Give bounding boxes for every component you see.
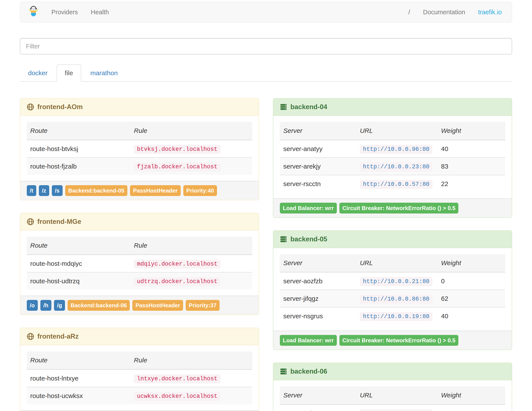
servers-table: Server URL Weight server-anatyy http://1… <box>280 122 505 192</box>
load-balancer-badge: Load Balancer: wrr <box>280 335 337 346</box>
filter-input[interactable] <box>20 38 512 54</box>
frontend-panel-body: Route Rule route-host-lntxye lntxye.dock… <box>20 345 259 410</box>
table-row: route-host-fjzalb fjzalb.docker.localhos… <box>27 157 252 175</box>
load-balancer-badge: Load Balancer: wrr <box>280 203 337 214</box>
path-badge: /z <box>39 185 49 196</box>
traefik-logo[interactable] <box>20 6 45 18</box>
backend-panel-title: backend-05 <box>290 235 327 243</box>
server-name: server-jifqgz <box>280 290 356 307</box>
routes-header-row: Route Rule <box>27 237 252 255</box>
server-weight: 40 <box>438 307 505 324</box>
filter-bar <box>20 38 512 54</box>
path-badge: /s <box>52 185 63 196</box>
passhostheader-badge: PassHostHeader <box>132 300 183 311</box>
backend-panel: backend-04 Server URL Weight server-an <box>273 98 512 218</box>
rule-code: mdqiyc.docker.localhost <box>134 260 220 269</box>
provider-tabs: docker file marathon <box>20 64 512 82</box>
server-weight: 83 <box>438 157 505 175</box>
column-rule: Rule <box>130 351 252 370</box>
server-url-code: http://10.0.0.57:80 <box>360 180 432 189</box>
column-server: Server <box>280 254 356 272</box>
routes-table: Route Rule route-host-btvksj btvksj.dock… <box>27 122 252 175</box>
column-server: Server <box>280 386 356 404</box>
backend-panel-heading: backend-04 <box>273 98 512 116</box>
navbar: Providers Health / Documentation traefik… <box>20 2 512 22</box>
route-name: route-host-udtrzq <box>27 272 130 290</box>
tab-docker[interactable]: docker <box>20 64 56 82</box>
backend-panel-body: Server URL Weight server-anatyy http://1… <box>273 116 512 198</box>
frontend-panel-body: Route Rule route-host-btvksj btvksj.dock… <box>20 116 259 181</box>
nav-link-providers[interactable]: Providers <box>45 2 85 22</box>
tab-file[interactable]: file <box>57 64 81 82</box>
table-row: route-host-udtrzq udtrzq.docker.localhos… <box>27 272 252 290</box>
traefik-mascot-icon <box>28 6 39 18</box>
servers-header-row: Server URL Weight <box>280 386 505 404</box>
server-icon <box>280 368 287 375</box>
backend-panel-footer: Load Balancer: wrr Circuit Breaker: Netw… <box>273 331 512 350</box>
table-row: server-rscctn http://10.0.0.57:80 22 <box>280 175 505 192</box>
backend-panel-title: backend-06 <box>290 368 327 375</box>
backend-panel-footer: Load Balancer: wrr Circuit Breaker: Netw… <box>273 198 512 217</box>
column-weight: Weight <box>438 386 505 404</box>
backend-ref-badge: Backend:backend-06 <box>67 300 130 311</box>
route-name: route-host-ucwksx <box>27 387 130 404</box>
nav-link-slash[interactable]: / <box>402 2 417 22</box>
server-url-code: http://10.0.0.19:80 <box>360 312 432 321</box>
nav-link-traefik-io[interactable]: traefik.io <box>472 2 508 22</box>
content: frontend-AOm Route Rule route-host-btvks… <box>20 98 512 411</box>
server-name: server-anatyy <box>280 140 356 158</box>
routes-header-row: Route Rule <box>27 351 252 370</box>
server-name: server-nsgrus <box>280 307 356 324</box>
server-icon <box>280 103 287 111</box>
nav-link-documentation[interactable]: Documentation <box>417 2 472 22</box>
route-name: route-host-fjzalb <box>27 157 130 175</box>
server-weight: 62 <box>438 290 505 307</box>
routes-table: Route Rule route-host-lntxye lntxye.dock… <box>27 351 252 404</box>
rule-code: udtrzq.docker.localhost <box>134 277 220 286</box>
column-route: Route <box>27 351 130 370</box>
backend-panel: backend-06 Server URL Weight server-op <box>273 362 512 411</box>
navbar-right: / Documentation traefik.io <box>402 2 512 22</box>
column-weight: Weight <box>438 254 505 272</box>
server-name: server-rscctn <box>280 175 356 192</box>
rule-code: btvksj.docker.localhost <box>134 145 220 154</box>
globe-icon <box>27 218 34 225</box>
tab-marathon[interactable]: marathon <box>82 64 126 82</box>
backend-panel-heading: backend-05 <box>273 231 512 248</box>
rule-code: lntxye.docker.localhost <box>134 374 220 383</box>
server-weight: 0 <box>438 272 505 290</box>
servers-header-row: Server URL Weight <box>280 254 505 272</box>
nav-link-health[interactable]: Health <box>85 2 115 22</box>
column-server: Server <box>280 122 356 140</box>
rule-code: ucwksx.docker.localhost <box>134 392 220 401</box>
table-row: server-aozfzb http://10.0.0.21:80 0 <box>280 272 505 290</box>
backend-panel-heading: backend-06 <box>273 363 512 380</box>
frontend-panel-heading: frontend-aRz <box>20 328 259 345</box>
server-weight: 40 <box>438 140 505 158</box>
backend-panel-body: Server URL Weight server-opbuop http://1… <box>273 380 512 411</box>
frontend-panel: frontend-MGe Route Rule route-host-mdqiy… <box>20 213 259 315</box>
priority-badge: Priority:40 <box>183 185 217 196</box>
server-weight: 92 <box>438 404 505 411</box>
column-route: Route <box>27 122 130 140</box>
route-name: route-host-mdqiyc <box>27 255 130 273</box>
backend-panel-body: Server URL Weight server-aozfzb http://1… <box>273 248 512 331</box>
path-badge: /g <box>54 300 65 311</box>
table-row: route-host-mdqiyc mdqiyc.docker.localhos… <box>27 255 252 273</box>
path-badge: /o <box>27 300 38 311</box>
frontend-panel-title: frontend-AOm <box>37 103 83 111</box>
table-row: server-nsgrus http://10.0.0.19:80 40 <box>280 307 505 324</box>
server-url-code: http://10.0.0.23:80 <box>360 162 432 171</box>
column-url: URL <box>356 254 438 272</box>
circuit-breaker-badge: Circuit Breaker: NetworkErrorRatio () > … <box>339 203 459 214</box>
server-url-code: http://10.0.0.18:80 <box>360 409 432 411</box>
routes-table: Route Rule route-host-mdqiyc mdqiyc.dock… <box>27 237 252 290</box>
frontend-panel-footer: /t /z /s Backend:backend-05 PassHostHead… <box>20 181 259 200</box>
frontends-column: frontend-AOm Route Rule route-host-btvks… <box>20 98 259 411</box>
table-row: server-jifqgz http://10.0.0.86:80 62 <box>280 290 505 307</box>
table-row: server-anatyy http://10.0.0.96:80 40 <box>280 140 505 158</box>
table-row: server-opbuop http://10.0.0.18:80 92 <box>280 404 505 411</box>
backend-panel-title: backend-04 <box>290 103 327 111</box>
rule-code: fjzalb.docker.localhost <box>134 162 220 171</box>
column-route: Route <box>27 237 130 255</box>
